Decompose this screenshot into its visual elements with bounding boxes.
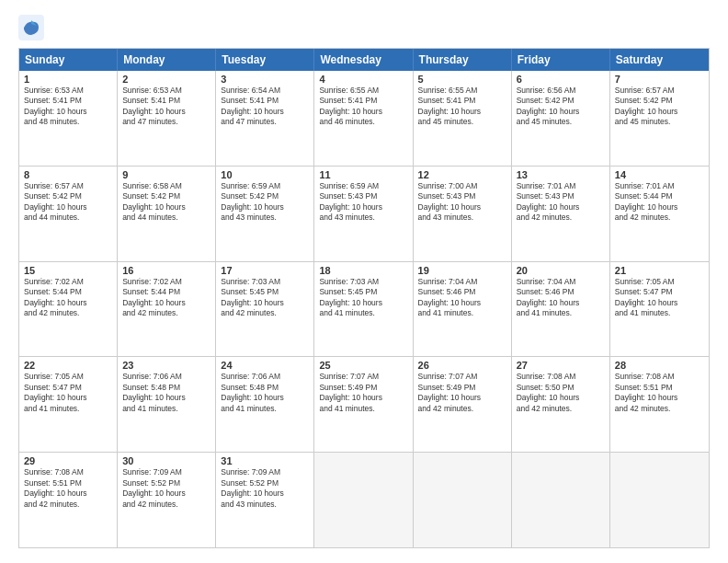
- day-info: Sunrise: 6:56 AM Sunset: 5:42 PM Dayligh…: [517, 86, 605, 128]
- calendar-row-5: 29Sunrise: 7:08 AM Sunset: 5:51 PM Dayli…: [19, 453, 709, 547]
- calendar-cell-day-16: 16Sunrise: 7:02 AM Sunset: 5:44 PM Dayli…: [118, 262, 216, 357]
- day-info: Sunrise: 7:03 AM Sunset: 5:45 PM Dayligh…: [221, 277, 309, 319]
- day-number: 21: [615, 265, 704, 276]
- weekday-header-tuesday: Tuesday: [216, 49, 314, 71]
- day-number: 31: [221, 455, 309, 466]
- calendar-cell-day-13: 13Sunrise: 7:01 AM Sunset: 5:43 PM Dayli…: [512, 167, 610, 261]
- day-info: Sunrise: 6:54 AM Sunset: 5:41 PM Dayligh…: [221, 86, 309, 128]
- day-number: 12: [418, 169, 506, 180]
- day-info: Sunrise: 7:08 AM Sunset: 5:51 PM Dayligh…: [615, 372, 704, 414]
- day-number: 10: [221, 169, 309, 180]
- calendar-cell-day-12: 12Sunrise: 7:00 AM Sunset: 5:43 PM Dayli…: [414, 167, 512, 261]
- page: SundayMondayTuesdayWednesdayThursdayFrid…: [0, 0, 728, 563]
- day-number: 9: [122, 169, 210, 180]
- day-info: Sunrise: 6:57 AM Sunset: 5:42 PM Dayligh…: [615, 86, 704, 128]
- day-info: Sunrise: 7:09 AM Sunset: 5:52 PM Dayligh…: [221, 467, 309, 510]
- calendar-cell-day-19: 19Sunrise: 7:04 AM Sunset: 5:46 PM Dayli…: [414, 262, 512, 357]
- day-number: 17: [221, 265, 309, 276]
- calendar-cell-empty: [512, 453, 610, 547]
- day-info: Sunrise: 7:07 AM Sunset: 5:49 PM Dayligh…: [418, 372, 506, 414]
- calendar-body: 1Sunrise: 6:53 AM Sunset: 5:41 PM Daylig…: [19, 71, 709, 547]
- weekday-header-wednesday: Wednesday: [314, 49, 413, 71]
- weekday-header-friday: Friday: [512, 49, 610, 71]
- day-number: 3: [221, 74, 309, 85]
- calendar-cell-day-11: 11Sunrise: 6:59 AM Sunset: 5:43 PM Dayli…: [314, 167, 413, 261]
- day-info: Sunrise: 7:00 AM Sunset: 5:43 PM Dayligh…: [418, 181, 506, 224]
- calendar-cell-day-2: 2Sunrise: 6:53 AM Sunset: 5:41 PM Daylig…: [118, 71, 216, 166]
- day-info: Sunrise: 7:01 AM Sunset: 5:44 PM Dayligh…: [615, 181, 704, 224]
- day-number: 15: [24, 265, 112, 276]
- day-info: Sunrise: 7:02 AM Sunset: 5:44 PM Dayligh…: [24, 277, 112, 319]
- calendar-cell-day-28: 28Sunrise: 7:08 AM Sunset: 5:51 PM Dayli…: [610, 357, 709, 452]
- day-number: 26: [418, 360, 506, 371]
- calendar-cell-day-8: 8Sunrise: 6:57 AM Sunset: 5:42 PM Daylig…: [19, 167, 118, 261]
- calendar-cell-day-1: 1Sunrise: 6:53 AM Sunset: 5:41 PM Daylig…: [19, 71, 118, 166]
- day-number: 8: [24, 169, 112, 180]
- calendar-cell-day-20: 20Sunrise: 7:04 AM Sunset: 5:46 PM Dayli…: [512, 262, 610, 357]
- calendar-cell-day-24: 24Sunrise: 7:06 AM Sunset: 5:48 PM Dayli…: [216, 357, 314, 452]
- calendar-cell-empty: [610, 453, 709, 547]
- calendar-cell-day-17: 17Sunrise: 7:03 AM Sunset: 5:45 PM Dayli…: [216, 262, 314, 357]
- day-info: Sunrise: 6:53 AM Sunset: 5:41 PM Dayligh…: [24, 86, 112, 128]
- day-number: 18: [319, 265, 407, 276]
- day-number: 29: [24, 455, 112, 466]
- calendar-cell-day-7: 7Sunrise: 6:57 AM Sunset: 5:42 PM Daylig…: [610, 71, 709, 166]
- calendar-cell-day-14: 14Sunrise: 7:01 AM Sunset: 5:44 PM Dayli…: [610, 167, 709, 261]
- day-info: Sunrise: 7:08 AM Sunset: 5:51 PM Dayligh…: [24, 467, 112, 510]
- day-number: 20: [517, 265, 605, 276]
- day-info: Sunrise: 7:05 AM Sunset: 5:47 PM Dayligh…: [615, 277, 704, 319]
- logo-icon: [18, 15, 44, 40]
- day-info: Sunrise: 7:03 AM Sunset: 5:45 PM Dayligh…: [319, 277, 407, 319]
- calendar-cell-day-31: 31Sunrise: 7:09 AM Sunset: 5:52 PM Dayli…: [216, 453, 314, 547]
- calendar-cell-day-6: 6Sunrise: 6:56 AM Sunset: 5:42 PM Daylig…: [512, 71, 610, 166]
- calendar-cell-day-21: 21Sunrise: 7:05 AM Sunset: 5:47 PM Dayli…: [610, 262, 709, 357]
- day-info: Sunrise: 7:04 AM Sunset: 5:46 PM Dayligh…: [517, 277, 605, 319]
- weekday-header-saturday: Saturday: [610, 49, 709, 71]
- day-number: 16: [122, 265, 210, 276]
- day-info: Sunrise: 7:06 AM Sunset: 5:48 PM Dayligh…: [122, 372, 210, 414]
- day-number: 6: [517, 74, 605, 85]
- day-number: 1: [24, 74, 112, 85]
- day-info: Sunrise: 6:55 AM Sunset: 5:41 PM Dayligh…: [319, 86, 407, 128]
- day-number: 14: [615, 169, 704, 180]
- day-info: Sunrise: 7:06 AM Sunset: 5:48 PM Dayligh…: [221, 372, 309, 414]
- calendar-cell-day-9: 9Sunrise: 6:58 AM Sunset: 5:42 PM Daylig…: [118, 167, 216, 261]
- day-number: 23: [122, 360, 210, 371]
- calendar-cell-day-10: 10Sunrise: 6:59 AM Sunset: 5:42 PM Dayli…: [216, 167, 314, 261]
- day-number: 28: [615, 360, 704, 371]
- day-info: Sunrise: 6:55 AM Sunset: 5:41 PM Dayligh…: [418, 86, 506, 128]
- calendar-cell-day-23: 23Sunrise: 7:06 AM Sunset: 5:48 PM Dayli…: [118, 357, 216, 452]
- calendar-cell-day-25: 25Sunrise: 7:07 AM Sunset: 5:49 PM Dayli…: [314, 357, 413, 452]
- calendar-cell-empty: [314, 453, 413, 547]
- calendar-cell-day-5: 5Sunrise: 6:55 AM Sunset: 5:41 PM Daylig…: [414, 71, 512, 166]
- calendar-cell-day-4: 4Sunrise: 6:55 AM Sunset: 5:41 PM Daylig…: [314, 71, 413, 166]
- day-info: Sunrise: 7:08 AM Sunset: 5:50 PM Dayligh…: [517, 372, 605, 414]
- day-number: 30: [122, 455, 210, 466]
- calendar-cell-day-27: 27Sunrise: 7:08 AM Sunset: 5:50 PM Dayli…: [512, 357, 610, 452]
- calendar-cell-day-3: 3Sunrise: 6:54 AM Sunset: 5:41 PM Daylig…: [216, 71, 314, 166]
- day-number: 4: [319, 74, 407, 85]
- day-info: Sunrise: 6:57 AM Sunset: 5:42 PM Dayligh…: [24, 181, 112, 224]
- weekday-header-monday: Monday: [118, 49, 216, 71]
- day-number: 5: [418, 74, 506, 85]
- day-number: 13: [517, 169, 605, 180]
- day-number: 2: [122, 74, 210, 85]
- calendar-cell-day-26: 26Sunrise: 7:07 AM Sunset: 5:49 PM Dayli…: [414, 357, 512, 452]
- calendar-cell-day-30: 30Sunrise: 7:09 AM Sunset: 5:52 PM Dayli…: [118, 453, 216, 547]
- weekday-header-thursday: Thursday: [414, 49, 512, 71]
- day-info: Sunrise: 6:53 AM Sunset: 5:41 PM Dayligh…: [122, 86, 210, 128]
- calendar-cell-empty: [414, 453, 512, 547]
- day-number: 19: [418, 265, 506, 276]
- day-number: 11: [319, 169, 407, 180]
- logo: [18, 15, 46, 40]
- calendar-row-1: 1Sunrise: 6:53 AM Sunset: 5:41 PM Daylig…: [19, 71, 709, 167]
- calendar-cell-day-18: 18Sunrise: 7:03 AM Sunset: 5:45 PM Dayli…: [314, 262, 413, 357]
- day-info: Sunrise: 7:01 AM Sunset: 5:43 PM Dayligh…: [517, 181, 605, 224]
- calendar: SundayMondayTuesdayWednesdayThursdayFrid…: [18, 48, 710, 548]
- day-info: Sunrise: 6:59 AM Sunset: 5:42 PM Dayligh…: [221, 181, 309, 224]
- calendar-row-3: 15Sunrise: 7:02 AM Sunset: 5:44 PM Dayli…: [19, 262, 709, 358]
- day-info: Sunrise: 7:05 AM Sunset: 5:47 PM Dayligh…: [24, 372, 112, 414]
- calendar-header: SundayMondayTuesdayWednesdayThursdayFrid…: [19, 49, 709, 71]
- day-info: Sunrise: 7:04 AM Sunset: 5:46 PM Dayligh…: [418, 277, 506, 319]
- day-number: 24: [221, 360, 309, 371]
